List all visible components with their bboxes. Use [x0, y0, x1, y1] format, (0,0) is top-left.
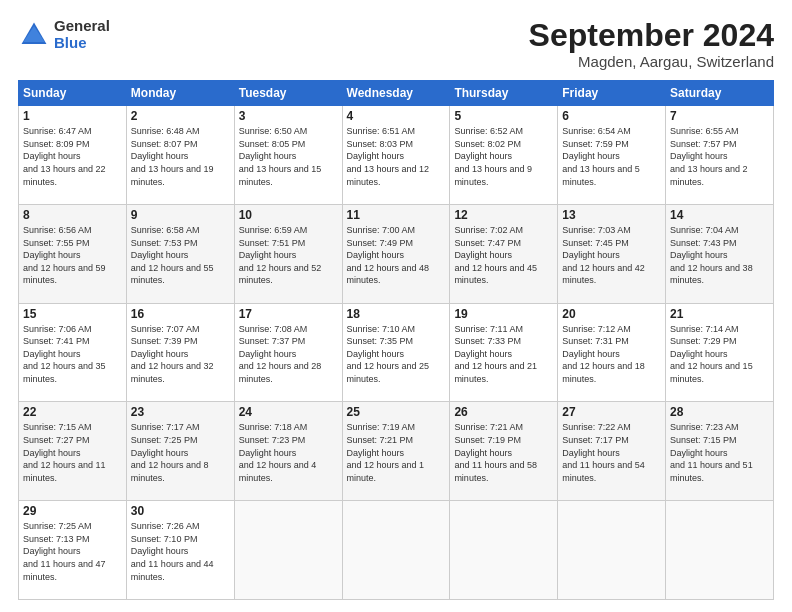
day-number: 2 [131, 109, 230, 123]
table-row [666, 501, 774, 600]
calendar-week-row: 29 Sunrise: 7:25 AMSunset: 7:13 PMDaylig… [19, 501, 774, 600]
day-info: Sunrise: 6:48 AMSunset: 8:07 PMDaylight … [131, 126, 214, 186]
day-number: 16 [131, 307, 230, 321]
table-row: 13 Sunrise: 7:03 AMSunset: 7:45 PMDaylig… [558, 204, 666, 303]
svg-marker-1 [23, 26, 44, 42]
day-info: Sunrise: 7:19 AMSunset: 7:21 PMDaylight … [347, 422, 425, 482]
day-number: 30 [131, 504, 230, 518]
day-number: 21 [670, 307, 769, 321]
day-number: 9 [131, 208, 230, 222]
day-info: Sunrise: 7:02 AMSunset: 7:47 PMDaylight … [454, 225, 537, 285]
table-row: 14 Sunrise: 7:04 AMSunset: 7:43 PMDaylig… [666, 204, 774, 303]
day-info: Sunrise: 7:18 AMSunset: 7:23 PMDaylight … [239, 422, 317, 482]
day-number: 19 [454, 307, 553, 321]
day-info: Sunrise: 6:58 AMSunset: 7:53 PMDaylight … [131, 225, 214, 285]
header-tuesday: Tuesday [234, 81, 342, 106]
table-row: 18 Sunrise: 7:10 AMSunset: 7:35 PMDaylig… [342, 303, 450, 402]
day-info: Sunrise: 7:26 AMSunset: 7:10 PMDaylight … [131, 521, 214, 581]
day-number: 6 [562, 109, 661, 123]
logo: General Blue [18, 18, 110, 51]
table-row: 20 Sunrise: 7:12 AMSunset: 7:31 PMDaylig… [558, 303, 666, 402]
calendar-week-row: 8 Sunrise: 6:56 AMSunset: 7:55 PMDayligh… [19, 204, 774, 303]
table-row: 30 Sunrise: 7:26 AMSunset: 7:10 PMDaylig… [126, 501, 234, 600]
day-number: 20 [562, 307, 661, 321]
table-row [558, 501, 666, 600]
day-info: Sunrise: 7:07 AMSunset: 7:39 PMDaylight … [131, 324, 214, 384]
table-row: 4 Sunrise: 6:51 AMSunset: 8:03 PMDayligh… [342, 106, 450, 205]
table-row: 15 Sunrise: 7:06 AMSunset: 7:41 PMDaylig… [19, 303, 127, 402]
table-row: 21 Sunrise: 7:14 AMSunset: 7:29 PMDaylig… [666, 303, 774, 402]
day-info: Sunrise: 7:10 AMSunset: 7:35 PMDaylight … [347, 324, 430, 384]
day-number: 29 [23, 504, 122, 518]
header-friday: Friday [558, 81, 666, 106]
day-number: 8 [23, 208, 122, 222]
calendar-header-row: Sunday Monday Tuesday Wednesday Thursday… [19, 81, 774, 106]
day-number: 18 [347, 307, 446, 321]
day-number: 11 [347, 208, 446, 222]
day-info: Sunrise: 7:12 AMSunset: 7:31 PMDaylight … [562, 324, 645, 384]
table-row: 6 Sunrise: 6:54 AMSunset: 7:59 PMDayligh… [558, 106, 666, 205]
table-row: 29 Sunrise: 7:25 AMSunset: 7:13 PMDaylig… [19, 501, 127, 600]
day-info: Sunrise: 7:08 AMSunset: 7:37 PMDaylight … [239, 324, 322, 384]
day-number: 24 [239, 405, 338, 419]
table-row: 28 Sunrise: 7:23 AMSunset: 7:15 PMDaylig… [666, 402, 774, 501]
day-number: 4 [347, 109, 446, 123]
table-row [234, 501, 342, 600]
day-info: Sunrise: 6:50 AMSunset: 8:05 PMDaylight … [239, 126, 322, 186]
day-number: 22 [23, 405, 122, 419]
logo-general: General [54, 18, 110, 35]
table-row: 19 Sunrise: 7:11 AMSunset: 7:33 PMDaylig… [450, 303, 558, 402]
day-info: Sunrise: 6:47 AMSunset: 8:09 PMDaylight … [23, 126, 106, 186]
day-number: 13 [562, 208, 661, 222]
day-number: 17 [239, 307, 338, 321]
logo-icon [18, 19, 50, 51]
header-sunday: Sunday [19, 81, 127, 106]
page: General Blue September 2024 Magden, Aarg… [0, 0, 792, 612]
logo-text: General Blue [54, 18, 110, 51]
day-number: 7 [670, 109, 769, 123]
calendar-week-row: 22 Sunrise: 7:15 AMSunset: 7:27 PMDaylig… [19, 402, 774, 501]
day-info: Sunrise: 7:14 AMSunset: 7:29 PMDaylight … [670, 324, 753, 384]
table-row: 22 Sunrise: 7:15 AMSunset: 7:27 PMDaylig… [19, 402, 127, 501]
day-number: 12 [454, 208, 553, 222]
table-row: 24 Sunrise: 7:18 AMSunset: 7:23 PMDaylig… [234, 402, 342, 501]
table-row: 17 Sunrise: 7:08 AMSunset: 7:37 PMDaylig… [234, 303, 342, 402]
day-info: Sunrise: 7:15 AMSunset: 7:27 PMDaylight … [23, 422, 106, 482]
header-saturday: Saturday [666, 81, 774, 106]
day-info: Sunrise: 6:56 AMSunset: 7:55 PMDaylight … [23, 225, 106, 285]
table-row: 26 Sunrise: 7:21 AMSunset: 7:19 PMDaylig… [450, 402, 558, 501]
day-info: Sunrise: 7:25 AMSunset: 7:13 PMDaylight … [23, 521, 106, 581]
day-number: 3 [239, 109, 338, 123]
table-row: 2 Sunrise: 6:48 AMSunset: 8:07 PMDayligh… [126, 106, 234, 205]
day-number: 14 [670, 208, 769, 222]
day-info: Sunrise: 7:00 AMSunset: 7:49 PMDaylight … [347, 225, 430, 285]
day-number: 25 [347, 405, 446, 419]
title-location: Magden, Aargau, Switzerland [529, 53, 774, 70]
day-info: Sunrise: 7:23 AMSunset: 7:15 PMDaylight … [670, 422, 753, 482]
day-number: 28 [670, 405, 769, 419]
table-row: 11 Sunrise: 7:00 AMSunset: 7:49 PMDaylig… [342, 204, 450, 303]
title-month: September 2024 [529, 18, 774, 53]
day-number: 27 [562, 405, 661, 419]
day-number: 5 [454, 109, 553, 123]
day-info: Sunrise: 7:11 AMSunset: 7:33 PMDaylight … [454, 324, 537, 384]
logo-blue: Blue [54, 35, 110, 52]
table-row [342, 501, 450, 600]
day-info: Sunrise: 6:52 AMSunset: 8:02 PMDaylight … [454, 126, 532, 186]
table-row: 3 Sunrise: 6:50 AMSunset: 8:05 PMDayligh… [234, 106, 342, 205]
day-number: 1 [23, 109, 122, 123]
day-number: 23 [131, 405, 230, 419]
day-info: Sunrise: 7:04 AMSunset: 7:43 PMDaylight … [670, 225, 753, 285]
table-row: 1 Sunrise: 6:47 AMSunset: 8:09 PMDayligh… [19, 106, 127, 205]
table-row: 12 Sunrise: 7:02 AMSunset: 7:47 PMDaylig… [450, 204, 558, 303]
day-info: Sunrise: 7:03 AMSunset: 7:45 PMDaylight … [562, 225, 645, 285]
table-row: 25 Sunrise: 7:19 AMSunset: 7:21 PMDaylig… [342, 402, 450, 501]
calendar-week-row: 15 Sunrise: 7:06 AMSunset: 7:41 PMDaylig… [19, 303, 774, 402]
table-row: 27 Sunrise: 7:22 AMSunset: 7:17 PMDaylig… [558, 402, 666, 501]
day-number: 15 [23, 307, 122, 321]
title-block: September 2024 Magden, Aargau, Switzerla… [529, 18, 774, 70]
day-info: Sunrise: 6:51 AMSunset: 8:03 PMDaylight … [347, 126, 430, 186]
table-row: 7 Sunrise: 6:55 AMSunset: 7:57 PMDayligh… [666, 106, 774, 205]
table-row: 23 Sunrise: 7:17 AMSunset: 7:25 PMDaylig… [126, 402, 234, 501]
table-row: 16 Sunrise: 7:07 AMSunset: 7:39 PMDaylig… [126, 303, 234, 402]
